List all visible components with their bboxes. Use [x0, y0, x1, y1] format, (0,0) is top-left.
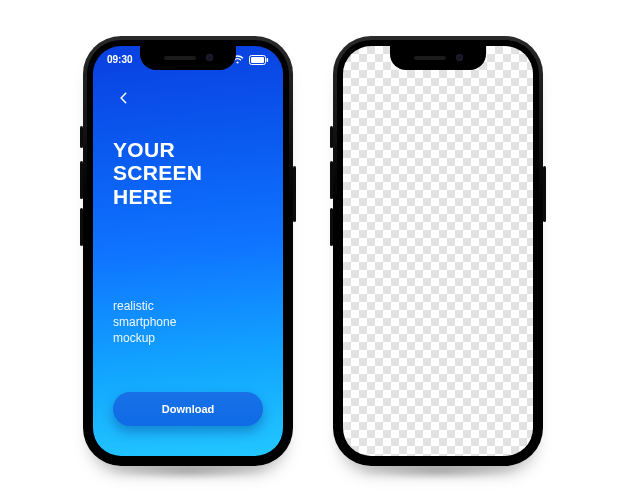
- subtitle-line-1: realistic: [113, 298, 263, 314]
- mute-switch: [330, 126, 333, 148]
- power-button: [293, 166, 296, 222]
- download-button-label: Download: [162, 403, 215, 415]
- chevron-left-icon: [117, 91, 131, 105]
- status-time: 09:30: [107, 54, 133, 65]
- mute-switch: [80, 126, 83, 148]
- volume-up-button: [80, 161, 83, 199]
- phone-left: 09:30: [83, 36, 293, 466]
- cta-row: Download: [113, 392, 263, 434]
- front-camera-icon: [456, 54, 463, 61]
- phone-screen-left: 09:30: [93, 46, 283, 456]
- headline-line-3: HERE: [113, 185, 263, 209]
- phone-right: [333, 36, 543, 466]
- speaker-grille: [164, 56, 196, 60]
- subtitle-line-3: mockup: [113, 330, 263, 346]
- battery-icon: [249, 55, 269, 65]
- svg-point-4: [236, 61, 238, 63]
- front-camera-icon: [206, 54, 213, 61]
- notch: [140, 46, 236, 70]
- phone-screen-right: [343, 46, 533, 456]
- speaker-grille: [414, 56, 446, 60]
- download-button[interactable]: Download: [113, 392, 263, 426]
- volume-down-button: [80, 208, 83, 246]
- notch: [390, 46, 486, 70]
- power-button: [543, 166, 546, 222]
- nav-bar: [113, 86, 263, 110]
- subtitle-line-2: smartphone: [113, 314, 263, 330]
- back-button[interactable]: [113, 87, 135, 109]
- headline-line-2: SCREEN: [113, 161, 263, 185]
- svg-rect-6: [251, 57, 264, 63]
- volume-up-button: [330, 161, 333, 199]
- subtitle-block: realistic smartphone mockup: [113, 298, 263, 347]
- headline-line-1: YOUR: [113, 138, 263, 162]
- mockup-stage: 09:30: [0, 0, 626, 501]
- screen-content: YOUR SCREEN HERE realistic smartphone mo…: [93, 46, 283, 456]
- svg-rect-7: [267, 58, 269, 62]
- headline-block: YOUR SCREEN HERE: [113, 138, 263, 209]
- volume-down-button: [330, 208, 333, 246]
